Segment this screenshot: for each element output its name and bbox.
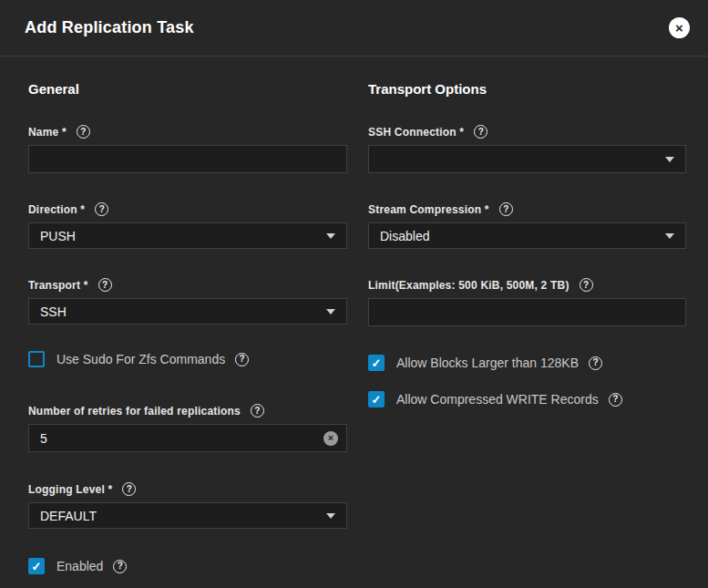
transport-options-section: Transport Options SSH Connection * ? Str… bbox=[368, 57, 686, 574]
ssh-connection-field-group: SSH Connection * ? bbox=[368, 125, 686, 173]
limit-input[interactable] bbox=[368, 298, 686, 326]
stream-compression-label: Stream Compression * bbox=[368, 203, 489, 216]
transport-options-heading: Transport Options bbox=[368, 81, 686, 97]
logging-level-select-value: DEFAULT bbox=[40, 509, 97, 523]
name-label: Name * bbox=[28, 126, 67, 139]
limit-label: Limit(Examples: 500 KiB, 500M, 2 TB) bbox=[368, 279, 569, 292]
help-icon[interactable]: ? bbox=[113, 560, 127, 573]
stream-compression-field-group: Stream Compression * ? Disabled bbox=[368, 202, 686, 249]
dialog-title: Add Replication Task bbox=[25, 18, 194, 37]
help-icon[interactable]: ? bbox=[95, 202, 108, 216]
dialog-body: General Name * ? Direction * ? PUSH Tran… bbox=[0, 57, 708, 574]
retries-input[interactable] bbox=[28, 424, 347, 452]
transport-select-value: SSH bbox=[40, 304, 67, 319]
chevron-down-icon bbox=[326, 513, 335, 519]
transport-label: Transport * bbox=[28, 279, 88, 292]
limit-field-group: Limit(Examples: 500 KiB, 500M, 2 TB) ? bbox=[368, 278, 686, 326]
help-icon[interactable]: ? bbox=[98, 278, 112, 292]
retries-label: Number of retries for failed replication… bbox=[28, 405, 241, 418]
logging-level-select[interactable]: DEFAULT bbox=[28, 502, 347, 529]
ssh-connection-select[interactable] bbox=[368, 145, 686, 173]
allow-compressed-checkbox[interactable]: ✓ bbox=[368, 391, 385, 407]
use-sudo-label[interactable]: Use Sudo For Zfs Commands bbox=[56, 352, 225, 366]
allow-blocks-checkbox[interactable]: ✓ bbox=[368, 355, 385, 371]
name-input[interactable] bbox=[28, 145, 347, 173]
allow-compressed-label[interactable]: Allow Compressed WRITE Records bbox=[396, 392, 599, 407]
enabled-label[interactable]: Enabled bbox=[56, 559, 103, 573]
enabled-checkbox-row: ✓ Enabled ? bbox=[28, 558, 347, 574]
logging-level-field-group: Logging Level * ? DEFAULT bbox=[28, 482, 347, 529]
chevron-down-icon bbox=[665, 157, 674, 162]
allow-blocks-label[interactable]: Allow Blocks Larger than 128KB bbox=[396, 356, 579, 370]
direction-field-group: Direction * ? PUSH bbox=[28, 202, 347, 249]
help-icon[interactable]: ? bbox=[235, 353, 249, 366]
allow-compressed-checkbox-row: ✓ Allow Compressed WRITE Records ? bbox=[368, 391, 686, 407]
close-icon[interactable]: × bbox=[669, 17, 690, 38]
direction-select[interactable]: PUSH bbox=[28, 222, 347, 249]
direction-select-value: PUSH bbox=[40, 229, 76, 243]
direction-label: Direction * bbox=[28, 203, 85, 216]
clear-input-icon[interactable]: × bbox=[323, 431, 338, 446]
help-icon[interactable]: ? bbox=[122, 482, 136, 496]
chevron-down-icon bbox=[326, 309, 335, 315]
stream-compression-select[interactable]: Disabled bbox=[368, 222, 686, 249]
stream-compression-select-value: Disabled bbox=[380, 229, 429, 243]
general-section: General Name * ? Direction * ? PUSH Tran… bbox=[28, 57, 347, 574]
help-icon[interactable]: ? bbox=[499, 202, 513, 216]
chevron-down-icon bbox=[665, 233, 674, 239]
help-icon[interactable]: ? bbox=[251, 404, 264, 418]
ssh-connection-label: SSH Connection * bbox=[368, 126, 464, 139]
general-heading: General bbox=[28, 81, 347, 97]
use-sudo-checkbox-row: Use Sudo For Zfs Commands ? bbox=[28, 351, 347, 367]
enabled-checkbox[interactable]: ✓ bbox=[28, 558, 45, 574]
help-icon[interactable]: ? bbox=[589, 356, 602, 370]
logging-level-label: Logging Level * bbox=[28, 483, 112, 496]
allow-blocks-checkbox-row: ✓ Allow Blocks Larger than 128KB ? bbox=[368, 355, 686, 371]
name-field-group: Name * ? bbox=[28, 125, 347, 173]
chevron-down-icon bbox=[326, 233, 335, 239]
help-icon[interactable]: ? bbox=[580, 278, 593, 292]
help-icon[interactable]: ? bbox=[77, 125, 90, 139]
use-sudo-checkbox[interactable] bbox=[28, 351, 45, 367]
transport-select[interactable]: SSH bbox=[28, 298, 347, 325]
dialog-header: Add Replication Task × bbox=[0, 0, 708, 57]
transport-field-group: Transport * ? SSH bbox=[28, 278, 347, 325]
retries-field-group: Number of retries for failed replication… bbox=[28, 404, 347, 452]
help-icon[interactable]: ? bbox=[474, 125, 487, 139]
help-icon[interactable]: ? bbox=[609, 393, 622, 407]
